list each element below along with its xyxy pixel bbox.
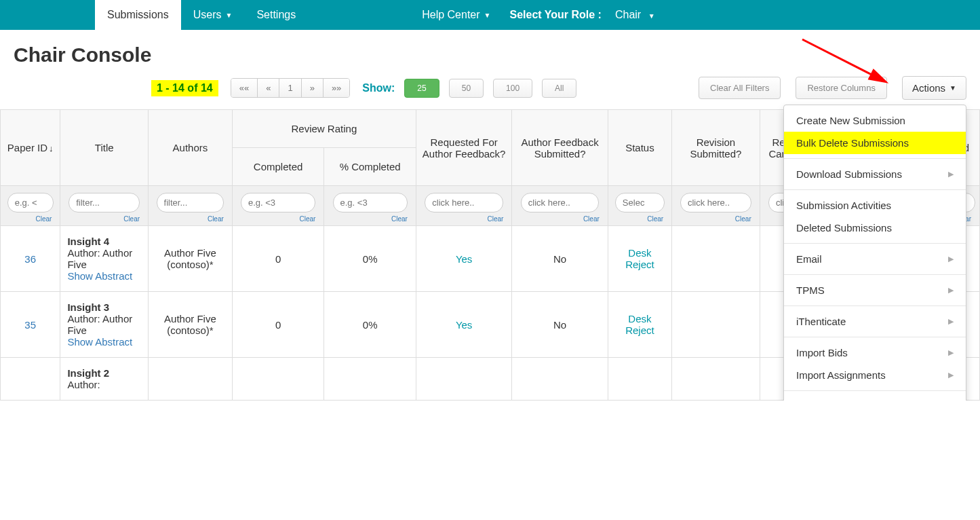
show-50[interactable]: 50 xyxy=(449,79,484,98)
pager-first[interactable]: «« xyxy=(231,79,258,97)
menu-item[interactable]: Create New Submission xyxy=(784,109,966,132)
menu-item[interactable]: Bulk Delete Submissions xyxy=(784,132,966,154)
cell-status: Desk Reject xyxy=(608,292,671,358)
filter-authors[interactable] xyxy=(157,193,224,212)
chevron-right-icon: ▶ xyxy=(948,317,954,326)
cell-link[interactable]: Desk Reject xyxy=(625,313,654,336)
cell-link[interactable]: Yes xyxy=(456,319,472,331)
show-abstract-link[interactable]: Show Abstract xyxy=(67,270,141,282)
clear-filter[interactable]: Clear xyxy=(64,215,144,223)
menu-item[interactable]: Submission Activities xyxy=(784,194,966,217)
menu-item[interactable]: Import Bids▶ xyxy=(784,341,966,364)
nav-submissions[interactable]: Submissions xyxy=(95,0,181,30)
pager: «« « 1 » »» xyxy=(231,78,351,98)
cell-link[interactable]: Yes xyxy=(456,253,472,265)
restore-columns-button[interactable]: Restore Columns xyxy=(796,77,886,99)
menu-item-label: Bulk Delete Submissions xyxy=(796,137,909,149)
chevron-right-icon: ▶ xyxy=(948,170,954,179)
col-paper-id[interactable]: Paper ID↓ xyxy=(1,110,60,186)
cell-completed: 0 xyxy=(232,292,324,358)
nav-users[interactable]: Users ▼ xyxy=(181,0,245,30)
menu-divider xyxy=(784,337,966,337)
cell-req-author-feedback: Yes xyxy=(416,226,511,292)
pager-page[interactable]: 1 xyxy=(279,79,301,97)
col-pct-completed[interactable]: % Completed xyxy=(324,148,416,186)
filter-title[interactable] xyxy=(68,193,140,212)
col-author-feedback-submitted[interactable]: Author Feedback Submitted? xyxy=(512,110,608,186)
col-req-author-feedback[interactable]: Requested For Author Feedback? xyxy=(416,110,511,186)
pager-prev[interactable]: « xyxy=(258,79,279,97)
filter-author-feedback-submitted[interactable] xyxy=(521,193,600,212)
col-title[interactable]: Title xyxy=(60,110,149,186)
paper-id-link[interactable]: 36 xyxy=(24,253,36,265)
clear-filter[interactable]: Clear xyxy=(612,215,667,223)
cell-completed xyxy=(232,358,324,401)
filter-req-author-feedback[interactable] xyxy=(425,193,503,212)
show-all[interactable]: All xyxy=(542,79,576,98)
menu-item[interactable]: Export to Excel▶ xyxy=(784,395,966,401)
show-abstract-link[interactable]: Show Abstract xyxy=(67,336,141,348)
cell-author-feedback-submitted xyxy=(512,358,608,401)
paper-id-link[interactable]: 35 xyxy=(24,319,36,331)
chevron-down-icon: ▼ xyxy=(949,84,956,92)
cell-revision-submitted xyxy=(672,292,760,358)
filter-pct-completed[interactable] xyxy=(333,193,408,212)
show-100[interactable]: 100 xyxy=(493,79,532,98)
show-25[interactable]: 25 xyxy=(404,79,439,98)
author-line: Author: Author Five xyxy=(67,313,141,336)
menu-divider xyxy=(784,274,966,275)
cell-authors: Author Five (contoso)* xyxy=(149,226,233,292)
clear-filter[interactable]: Clear xyxy=(516,215,603,223)
clear-filter[interactable]: Clear xyxy=(328,215,412,223)
menu-divider xyxy=(784,158,966,159)
clear-filter[interactable]: Clear xyxy=(5,215,56,223)
col-authors[interactable]: Authors xyxy=(149,110,233,186)
cell-link[interactable]: Desk Reject xyxy=(625,247,654,270)
menu-item-label: Import Bids xyxy=(796,347,848,358)
cell-status xyxy=(608,358,671,401)
col-paper-id-label: Paper ID xyxy=(7,142,47,153)
role-value-text: Chair xyxy=(615,9,641,20)
menu-item-label: Submission Activities xyxy=(796,200,891,211)
chevron-right-icon: ▶ xyxy=(948,255,954,263)
filter-revision-submitted[interactable] xyxy=(680,193,751,212)
paper-title: Insight 2 xyxy=(67,367,141,379)
nav-settings[interactable]: Settings xyxy=(244,0,308,30)
menu-item[interactable]: Email▶ xyxy=(784,248,966,270)
role-selector[interactable]: Chair ▼ xyxy=(608,9,662,21)
cell-revision-submitted xyxy=(672,358,760,401)
col-status[interactable]: Status xyxy=(608,110,671,186)
top-nav: Submissions Users ▼ Settings Help Center… xyxy=(0,0,980,30)
pager-last[interactable]: »» xyxy=(324,79,349,97)
clear-filter[interactable]: Clear xyxy=(153,215,228,223)
menu-item-label: Import Assignments xyxy=(796,369,886,381)
pager-next[interactable]: » xyxy=(302,79,324,97)
menu-divider xyxy=(784,243,966,244)
chevron-down-icon: ▼ xyxy=(484,12,491,19)
clear-filter[interactable]: Clear xyxy=(237,215,320,223)
author-line: Author: Author Five xyxy=(67,247,141,270)
clear-filter[interactable]: Clear xyxy=(420,215,507,223)
menu-item-label: TPMS xyxy=(796,284,825,296)
clear-filter[interactable]: Clear xyxy=(676,215,756,223)
col-completed[interactable]: Completed xyxy=(232,148,324,186)
cell-req-author-feedback xyxy=(416,358,511,401)
clear-filters-button[interactable]: Clear All Filters xyxy=(699,77,781,99)
filter-paper-id[interactable] xyxy=(7,193,54,212)
menu-item[interactable]: Download Submissions▶ xyxy=(784,163,966,185)
menu-item[interactable]: Import Assignments▶ xyxy=(784,364,966,386)
menu-item[interactable]: Deleted Submissions xyxy=(784,217,966,239)
filter-status[interactable] xyxy=(615,193,665,212)
nav-help-center[interactable]: Help Center ▼ xyxy=(410,0,503,30)
menu-item-label: iThenticate xyxy=(796,316,846,327)
cell-authors: Author Five (contoso)* xyxy=(149,292,233,358)
menu-item[interactable]: TPMS▶ xyxy=(784,279,966,301)
role-label: Select Your Role : xyxy=(503,9,608,21)
col-revision-submitted[interactable]: Revision Submitted? xyxy=(672,110,760,186)
actions-button[interactable]: Actions ▼ xyxy=(902,76,966,100)
menu-item[interactable]: iThenticate▶ xyxy=(784,310,966,333)
chevron-down-icon: ▼ xyxy=(225,12,232,19)
result-count: 1 - 14 of 14 xyxy=(151,80,218,96)
cell-pct-completed: 0% xyxy=(324,226,416,292)
filter-completed[interactable] xyxy=(241,193,315,212)
